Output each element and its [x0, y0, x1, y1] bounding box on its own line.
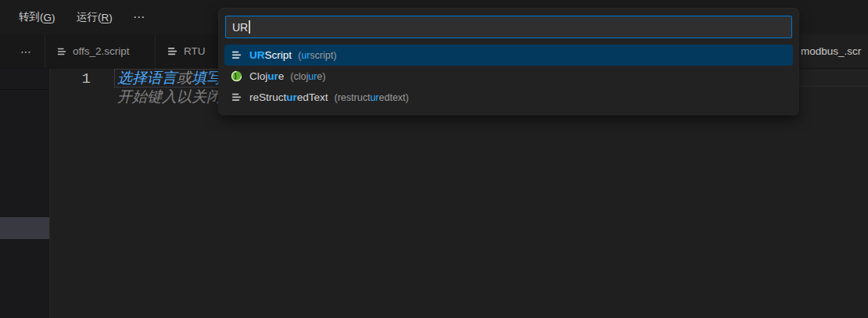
clojure-icon	[231, 70, 243, 82]
menu-mnemonic: G	[44, 12, 52, 23]
quickpick-item-label: URScript	[249, 49, 292, 61]
tab-offs-2-script[interactable]: offs_2.script	[45, 34, 156, 68]
quick-input-value: UR	[232, 21, 248, 34]
quickpick-item-2[interactable]: reStructuredText(restructuredtext)	[224, 87, 793, 108]
quickpick-item-1[interactable]: Clojure(clojure)	[224, 66, 793, 87]
tab-label: modbus_.scr	[801, 45, 861, 57]
line-number: 1	[50, 70, 91, 88]
vscode-window: ) 转到(G) 运行(R) ⋯ ⋯ offs_2.script RTU modb…	[0, 0, 868, 318]
select-language-link[interactable]: 选择语言	[117, 70, 177, 86]
quickpick-item-description: (urscript)	[298, 50, 336, 61]
menu-item-goto[interactable]: 转到(G)	[11, 0, 63, 34]
left-rail-divider	[0, 89, 49, 90]
quick-pick-list: URScript(urscript)Clojure(clojure)reStru…	[224, 45, 793, 108]
tab-modbus-script[interactable]: modbus_.scr	[791, 34, 868, 68]
quickpick-item-description: (restructuredtext)	[335, 92, 409, 103]
text-cursor	[249, 20, 250, 34]
left-rail	[0, 69, 49, 318]
quickpick-item-description: (clojure)	[290, 71, 325, 82]
editor-language-hint: 选择语言或填写	[117, 70, 221, 87]
quick-input-panel: UR URScript(urscript)Clojure(clojure)reS…	[219, 9, 798, 115]
quickpick-item-0[interactable]: URScript(urscript)	[224, 45, 793, 66]
hint-text: 或	[177, 70, 192, 86]
menubar-overflow-icon[interactable]: ⋯	[127, 0, 152, 34]
file-lines-icon	[231, 91, 243, 103]
quick-input-box[interactable]: UR	[225, 16, 792, 38]
menu-label: 转到(	[19, 10, 44, 24]
tab-label: offs_2.script	[73, 45, 130, 57]
menu-mnemonic: R	[102, 12, 109, 23]
tab-overflow-icon[interactable]: ⋯	[14, 34, 39, 68]
quickpick-item-label: reStructuredText	[249, 91, 328, 103]
left-rail-scrollbar-thumb[interactable]	[0, 217, 49, 239]
fill-template-link[interactable]: 填写	[192, 70, 221, 86]
file-lines-icon	[56, 46, 67, 57]
menu-item-run[interactable]: 运行(R)	[69, 0, 120, 34]
file-lines-icon	[167, 45, 178, 57]
menu-label: 运行(	[77, 10, 102, 24]
menu-item-clipped[interactable]: )	[0, 0, 1, 34]
menu-label: )	[109, 12, 113, 23]
tab-label: RTU	[184, 45, 206, 57]
menu-label: )	[52, 12, 56, 23]
editor-dismiss-hint: 开始键入以关闭	[117, 88, 221, 105]
file-lines-icon	[231, 49, 243, 61]
breadcrumbs-bar	[798, 69, 868, 87]
quickpick-item-label: Clojure	[249, 70, 284, 82]
